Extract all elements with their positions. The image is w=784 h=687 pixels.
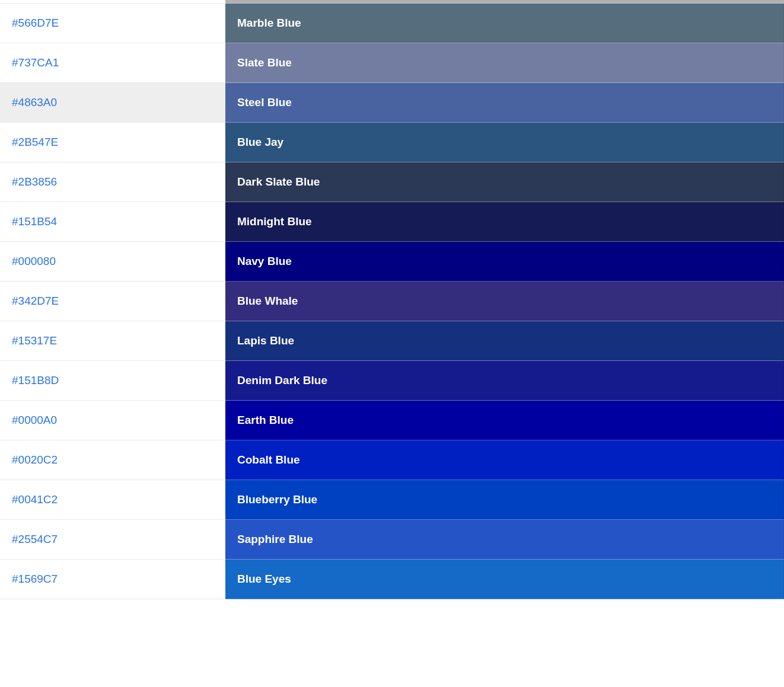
color-row: #151B54Midnight Blue (0, 202, 784, 242)
color-row: #15317ELapis Blue (0, 321, 784, 361)
color-name-cell: Dark Slate Blue (225, 162, 784, 202)
hex-link[interactable]: #737CA1 (12, 56, 59, 69)
color-row: #2554C7Sapphire Blue (0, 520, 784, 560)
color-row: #000080Navy Blue (0, 242, 784, 282)
color-row: #2B3856Dark Slate Blue (0, 162, 784, 202)
hex-cell: #2B3856 (0, 162, 225, 202)
color-name-cell: Blueberry Blue (225, 480, 784, 520)
hex-link[interactable]: #2B547E (12, 136, 58, 148)
hex-cell: #4863A0 (0, 83, 225, 123)
hex-cell: #342D7E (0, 282, 225, 321)
color-table: #566D7EMarble Blue#737CA1Slate Blue#4863… (0, 0, 784, 599)
hex-cell: #566D7E (0, 4, 225, 43)
color-name-cell: Blue Eyes (225, 560, 784, 599)
color-name-cell: Cobalt Blue (225, 440, 784, 480)
hex-cell: #2554C7 (0, 520, 225, 560)
hex-link[interactable]: #0041C2 (12, 493, 58, 506)
hex-cell: #15317E (0, 321, 225, 361)
hex-cell: #2B547E (0, 123, 225, 162)
color-row: #1569C7Blue Eyes (0, 560, 784, 599)
hex-link[interactable]: #1569C7 (12, 573, 58, 585)
color-table-container: #566D7EMarble Blue#737CA1Slate Blue#4863… (0, 0, 784, 599)
hex-link[interactable]: #2B3856 (12, 175, 57, 188)
color-row: #342D7EBlue Whale (0, 282, 784, 321)
hex-cell: #0041C2 (0, 480, 225, 520)
hex-link[interactable]: #566D7E (12, 17, 59, 29)
color-name-cell: Steel Blue (225, 83, 784, 123)
hex-cell: #151B54 (0, 202, 225, 242)
hex-cell: #737CA1 (0, 43, 225, 83)
hex-cell: #1569C7 (0, 560, 225, 599)
color-row: #0020C2Cobalt Blue (0, 440, 784, 480)
hex-cell: #151B8D (0, 361, 225, 401)
color-name-cell: Blue Whale (225, 282, 784, 321)
hex-cell: #000080 (0, 242, 225, 282)
hex-link[interactable]: #342D7E (12, 295, 59, 307)
color-name-cell: Midnight Blue (225, 202, 784, 242)
hex-link[interactable]: #2554C7 (12, 533, 58, 545)
color-row: #0041C2Blueberry Blue (0, 480, 784, 520)
color-row: #4863A0Steel Blue (0, 83, 784, 123)
color-name-cell: Marble Blue (225, 4, 784, 43)
color-row: #0000A0Earth Blue (0, 401, 784, 440)
color-name-cell: Sapphire Blue (225, 520, 784, 560)
color-name-cell: Navy Blue (225, 242, 784, 282)
color-name-cell: Earth Blue (225, 401, 784, 440)
hex-link[interactable]: #000080 (12, 255, 56, 267)
color-row: #2B547EBlue Jay (0, 123, 784, 162)
hex-cell: #0020C2 (0, 440, 225, 480)
hex-link[interactable]: #151B8D (12, 374, 59, 386)
color-name-cell: Lapis Blue (225, 321, 784, 361)
color-name-cell: Blue Jay (225, 123, 784, 162)
hex-link[interactable]: #4863A0 (12, 96, 57, 108)
color-row: #151B8DDenim Dark Blue (0, 361, 784, 401)
hex-link[interactable]: #15317E (12, 334, 57, 347)
hex-cell: #0000A0 (0, 401, 225, 440)
color-row: #566D7EMarble Blue (0, 4, 784, 43)
hex-link[interactable]: #151B54 (12, 215, 57, 228)
hex-link[interactable]: #0020C2 (12, 453, 58, 466)
color-name-cell: Denim Dark Blue (225, 361, 784, 401)
color-row: #737CA1Slate Blue (0, 43, 784, 83)
color-name-cell: Slate Blue (225, 43, 784, 83)
hex-link[interactable]: #0000A0 (12, 414, 57, 426)
